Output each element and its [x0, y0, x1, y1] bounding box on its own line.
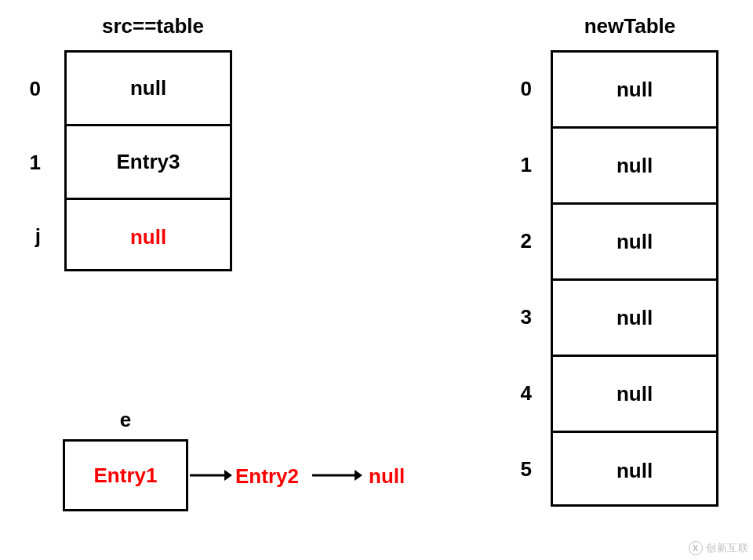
- src-table: null Entry3 null: [64, 50, 232, 271]
- src-cell-1-label: Entry3: [117, 150, 180, 174]
- watermark: X 创新互联: [689, 541, 748, 555]
- src-cell-0: null: [67, 53, 230, 126]
- new-cell-2-label: null: [617, 230, 653, 254]
- new-cell-2: null: [553, 205, 716, 281]
- arrow-icon: [311, 466, 362, 485]
- svg-marker-3: [355, 470, 362, 481]
- e-box-label: Entry1: [94, 464, 158, 488]
- new-cell-3-label: null: [617, 306, 653, 330]
- new-cell-0-label: null: [617, 78, 653, 102]
- new-index-2: 2: [508, 229, 532, 253]
- watermark-logo-icon: X: [689, 541, 703, 555]
- new-cell-4-label: null: [617, 382, 653, 406]
- src-cell-2-label: null: [130, 225, 166, 249]
- e-next2-label: null: [369, 464, 405, 489]
- src-table-title: src==table: [82, 14, 224, 38]
- src-index-0: 0: [17, 77, 41, 101]
- new-index-5: 5: [508, 457, 532, 482]
- watermark-text: 创新互联: [706, 541, 748, 555]
- new-cell-1: null: [553, 129, 716, 205]
- new-cell-0: null: [553, 53, 716, 129]
- new-index-0: 0: [508, 77, 532, 101]
- new-table-title: newTable: [571, 14, 689, 38]
- e-title: e: [110, 408, 141, 432]
- arrow-icon: [188, 466, 232, 485]
- new-cell-5-label: null: [617, 459, 653, 483]
- new-cell-1-label: null: [617, 154, 653, 178]
- e-next1-label: Entry2: [235, 464, 299, 489]
- new-cell-3: null: [553, 281, 716, 357]
- new-table: null null null null null null: [551, 50, 718, 507]
- new-index-1: 1: [508, 153, 532, 177]
- src-index-2: j: [17, 224, 41, 249]
- new-index-4: 4: [508, 381, 532, 405]
- src-cell-1: Entry3: [67, 126, 230, 200]
- src-cell-0-label: null: [130, 76, 166, 100]
- src-cell-2: null: [67, 200, 230, 274]
- new-index-3: 3: [508, 305, 532, 329]
- e-box: Entry1: [63, 439, 188, 511]
- src-index-1: 1: [17, 151, 41, 175]
- svg-marker-1: [224, 470, 232, 481]
- new-cell-5: null: [553, 433, 716, 509]
- new-cell-4: null: [553, 357, 716, 433]
